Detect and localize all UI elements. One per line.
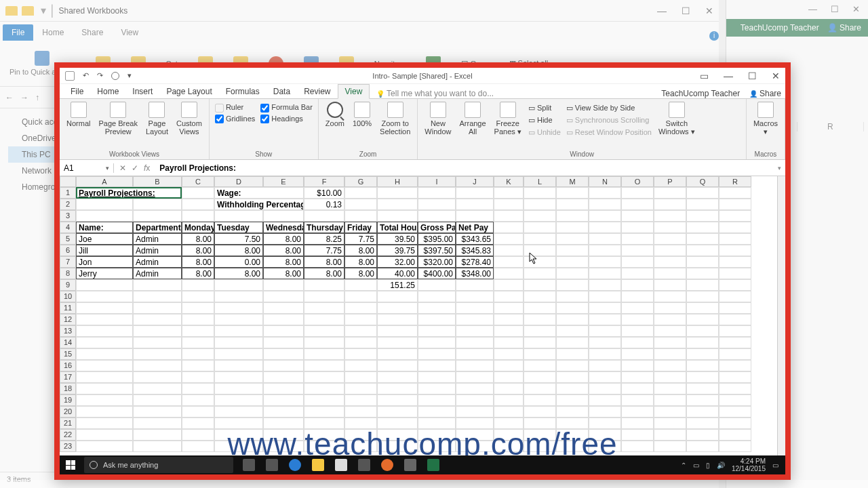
network-icon[interactable]: ▯	[706, 462, 710, 469]
cell[interactable]	[621, 256, 654, 268]
cell[interactable]	[686, 302, 719, 314]
cell[interactable]	[589, 302, 621, 314]
save-icon[interactable]	[65, 71, 75, 81]
cell[interactable]	[418, 360, 456, 371]
cell[interactable]	[589, 348, 621, 360]
cell[interactable]: 8.00	[214, 245, 263, 256]
cell[interactable]	[556, 199, 589, 210]
cell[interactable]	[654, 210, 686, 222]
cell[interactable]	[304, 210, 344, 222]
taskbar-icon[interactable]	[358, 459, 370, 471]
row-header[interactable]: 4	[60, 222, 76, 233]
expand-formula-icon[interactable]: ▾	[774, 165, 785, 171]
cell[interactable]	[719, 325, 751, 337]
clock[interactable]: 4:24 PM 12/14/2015	[732, 458, 766, 472]
cell[interactable]	[133, 360, 182, 371]
cell[interactable]: 0.13	[304, 199, 344, 210]
row-header[interactable]: 23	[60, 441, 76, 452]
hide-button[interactable]: ▭ Hide	[528, 115, 561, 125]
cell[interactable]	[621, 245, 654, 256]
cell[interactable]	[182, 418, 214, 429]
close-icon[interactable]: ✕	[705, 5, 713, 16]
cell[interactable]: 8.00	[182, 256, 214, 268]
cell[interactable]	[686, 233, 719, 245]
cell[interactable]: 8.25	[304, 233, 344, 245]
cell[interactable]: 8.00	[344, 268, 377, 279]
cell[interactable]	[719, 187, 751, 199]
cell[interactable]	[589, 314, 621, 325]
cell[interactable]	[182, 302, 214, 314]
cell[interactable]	[76, 302, 133, 314]
row-header[interactable]: 20	[60, 406, 76, 418]
cell[interactable]	[76, 279, 133, 291]
cell[interactable]	[556, 256, 589, 268]
cell[interactable]	[214, 371, 263, 383]
zoom-100-button[interactable]: 100%	[350, 100, 374, 129]
cell[interactable]	[524, 314, 556, 325]
taskbar-icon[interactable]	[266, 459, 278, 471]
cell[interactable]	[654, 187, 686, 199]
cell[interactable]	[524, 222, 556, 233]
cell[interactable]	[456, 279, 494, 291]
cell[interactable]	[621, 418, 654, 429]
cell[interactable]	[214, 394, 263, 406]
cell[interactable]	[76, 314, 133, 325]
battery-icon[interactable]: ▭	[693, 462, 699, 469]
close-icon[interactable]: ✕	[772, 70, 780, 81]
cell[interactable]	[654, 441, 686, 452]
cell[interactable]	[524, 302, 556, 314]
cell[interactable]	[133, 325, 182, 337]
cell[interactable]	[719, 222, 751, 233]
cell[interactable]	[621, 291, 654, 302]
cell[interactable]	[133, 406, 182, 418]
cell[interactable]: Withholding Percentage:	[214, 199, 304, 210]
cell[interactable]	[654, 371, 686, 383]
cell[interactable]	[556, 325, 589, 337]
redo-icon[interactable]: ↷	[97, 71, 103, 80]
gridlines-checkbox[interactable]: Gridlines	[215, 115, 255, 124]
cell[interactable]	[719, 406, 751, 418]
maximize-icon[interactable]: ☐	[682, 5, 690, 16]
cell[interactable]	[556, 279, 589, 291]
cell[interactable]	[589, 199, 621, 210]
cell[interactable]	[686, 348, 719, 360]
cell[interactable]	[494, 268, 524, 279]
cell[interactable]	[556, 210, 589, 222]
cell[interactable]	[556, 187, 589, 199]
cell[interactable]	[418, 371, 456, 383]
cell[interactable]	[76, 418, 133, 429]
cell[interactable]	[524, 256, 556, 268]
split-button[interactable]: ▭ Split	[528, 103, 561, 113]
cell[interactable]	[556, 406, 589, 418]
cell[interactable]	[494, 256, 524, 268]
cell[interactable]	[494, 222, 524, 233]
cell[interactable]	[377, 394, 418, 406]
cell[interactable]	[133, 279, 182, 291]
cell[interactable]	[377, 314, 418, 325]
cell[interactable]	[344, 325, 377, 337]
info-icon[interactable]: i	[709, 31, 719, 41]
cell[interactable]	[182, 406, 214, 418]
cell[interactable]	[654, 383, 686, 394]
cell[interactable]	[182, 279, 214, 291]
forward-icon[interactable]: →	[20, 93, 28, 102]
cell[interactable]	[456, 383, 494, 394]
cell[interactable]	[686, 406, 719, 418]
cell[interactable]: 8.00	[263, 233, 304, 245]
cell[interactable]	[133, 418, 182, 429]
cell[interactable]	[456, 291, 494, 302]
cell[interactable]	[524, 245, 556, 256]
cell[interactable]	[556, 394, 589, 406]
cell[interactable]	[344, 371, 377, 383]
cell[interactable]: Admin	[133, 268, 182, 279]
cell[interactable]	[344, 291, 377, 302]
cell[interactable]	[524, 233, 556, 245]
cell[interactable]	[686, 314, 719, 325]
cell[interactable]: 8.00	[304, 268, 344, 279]
col-header[interactable]: G	[344, 176, 377, 187]
cell[interactable]	[344, 394, 377, 406]
cell[interactable]	[556, 233, 589, 245]
cell[interactable]	[418, 199, 456, 210]
cell[interactable]	[214, 360, 263, 371]
cell[interactable]	[494, 325, 524, 337]
